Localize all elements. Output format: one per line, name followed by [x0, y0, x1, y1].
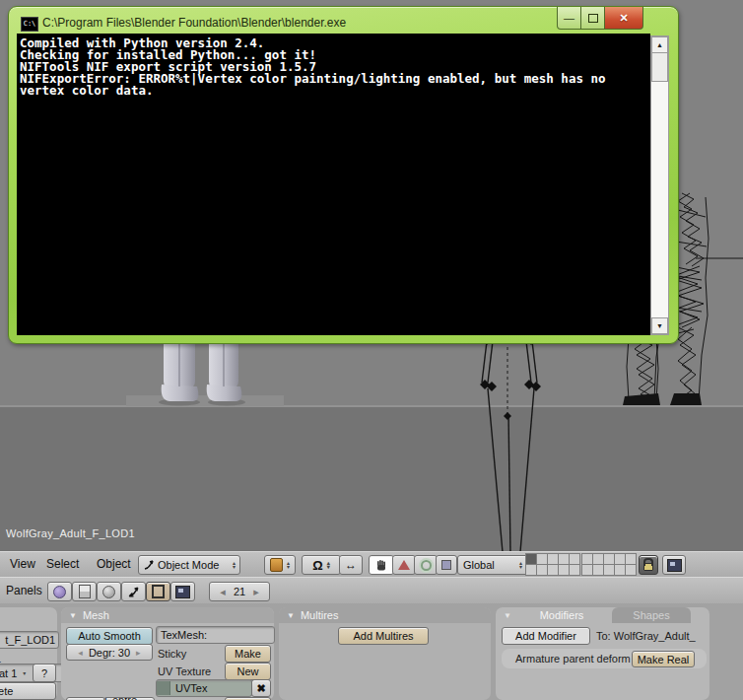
uvtex-name-field[interactable]: UVTex [156, 679, 252, 697]
console-line: vertex color data. [17, 85, 650, 97]
translate-manipulator-button[interactable] [392, 555, 416, 575]
auto-smooth-button[interactable]: Auto Smooth [66, 627, 153, 645]
rotate-icon [421, 560, 432, 571]
console-window[interactable]: C:\ C:\Program Files\Blender Foundation\… [8, 6, 679, 344]
logic-icon [53, 586, 66, 598]
shading-buttons-button[interactable] [97, 582, 121, 601]
hand-icon [374, 558, 388, 572]
buttons-window-header: Panels ◂ 21 [0, 577, 743, 604]
draw-mode-solid-icon [270, 558, 283, 572]
mode-dropdown-value: Object Mode [158, 559, 219, 571]
script-buttons-button[interactable] [72, 582, 97, 601]
scale-icon [441, 560, 451, 570]
menu-view[interactable]: View [10, 552, 35, 577]
dropdown-stepper-icon[interactable]: ▴▾ [519, 561, 522, 569]
multires-panel-header[interactable]: ▼ Multires [279, 607, 491, 623]
uv-texture-label: UV Texture [158, 665, 211, 677]
cmd-icon: C:\ [21, 17, 38, 32]
add-modifier-button[interactable]: Add Modifier [502, 627, 590, 645]
active-object-name: WolfGray_Adult_F_LOD1 [6, 527, 135, 539]
close-icon: ✖ [256, 682, 265, 695]
uv-texture-new-button[interactable]: New [225, 663, 271, 680]
add-multires-button[interactable]: Add Multires [338, 627, 429, 645]
link-materials-panel: t_F_LOD1 ay_F_ at 1 ▾ ? Delete [0, 607, 57, 700]
collapse-icon[interactable]: ▼ [69, 611, 77, 620]
uvtex-swatch[interactable] [157, 681, 170, 695]
collapse-icon[interactable]: ▼ [504, 611, 511, 620]
rotate-manipulator-button[interactable] [414, 555, 438, 575]
scale-manipulator-button[interactable] [436, 555, 457, 575]
buttons-context-group [47, 582, 195, 601]
pivot-icon: Ω [312, 558, 322, 573]
object-name-label: ay_F_ [0, 651, 1, 663]
dropdown-stepper-icon[interactable]: ▴▾ [287, 561, 290, 569]
scroll-down-icon: ▼ [656, 322, 663, 329]
degr-slider[interactable]: ◂ Degr: 30 ▸ [66, 644, 153, 661]
editing-square-icon [152, 585, 165, 598]
window-controls: — ✕ [557, 7, 643, 30]
minimize-button[interactable]: — [557, 7, 581, 30]
mesh-panel: ▼ Mesh Auto Smooth ◂ Degr: 30 ▸ TexMesh:… [61, 607, 274, 700]
frame-counter[interactable]: ◂ 21 ▸ [209, 582, 270, 601]
tab-shapes[interactable]: Shapes [612, 607, 691, 623]
make-real-button[interactable]: Make Real [632, 651, 695, 667]
orientation-value: Global [463, 559, 495, 571]
draw-mode-dropdown[interactable]: ▴▾ [264, 555, 296, 575]
logic-buttons-button[interactable] [47, 582, 72, 601]
modifier-strip: Armature parent deform Make Real [502, 649, 707, 668]
armature-skeleton[interactable] [471, 335, 550, 554]
view3d-header: View Select Object Object Mode ▴▾ ▴▾ Ω ▴… [0, 551, 743, 578]
scene-buttons-button[interactable] [170, 582, 195, 601]
slider-left-icon[interactable]: ◂ [78, 648, 83, 658]
sticky-make-button[interactable]: Make [225, 645, 271, 663]
orientation-dropdown[interactable]: Global ▴▾ [457, 555, 528, 575]
console-output[interactable]: Compiled with Python version 2.4. Checki… [17, 34, 650, 335]
console-title: C:\Program Files\Blender Foundation\Blen… [42, 16, 346, 30]
lock-layers-button[interactable] [639, 555, 658, 575]
layer-toggle[interactable] [569, 564, 580, 576]
modifier-target-label: To: WolfGray_Adult_ [596, 630, 696, 642]
align-toggle-button[interactable]: ↔ [339, 555, 363, 575]
maximize-button[interactable] [581, 7, 605, 30]
pivot-dropdown[interactable]: Ω ▴▾ [302, 555, 341, 575]
layer-buttons-group-2 [582, 554, 637, 576]
app-window: WolfGray_Adult_F_LOD1 View Select Object… [0, 0, 743, 700]
console-scrollbar[interactable]: ▲ ▼ [650, 35, 669, 335]
multires-panel: ▼ Multires Add Multires [279, 607, 491, 700]
scroll-up-button[interactable]: ▲ [651, 36, 668, 53]
manipulator-toggle-button[interactable] [369, 555, 394, 575]
layer-toggle[interactable] [625, 564, 637, 576]
mode-dropdown[interactable]: Object Mode ▴▾ [138, 555, 240, 575]
frame-next-icon[interactable]: ▸ [253, 586, 259, 598]
scrollbar-thumb[interactable] [651, 52, 668, 82]
delete-material-button[interactable]: Delete [0, 682, 56, 700]
render-preview-button[interactable] [662, 555, 686, 575]
dropdown-stepper-icon[interactable]: ▴▾ [327, 561, 330, 569]
menu-select[interactable]: Select [46, 552, 79, 577]
menu-object[interactable]: Object [97, 552, 131, 577]
close-button[interactable]: ✕ [605, 7, 643, 30]
collapse-icon[interactable]: ▼ [287, 611, 295, 620]
object-arrows-icon [127, 586, 140, 598]
object-buttons-button[interactable] [121, 582, 146, 601]
dropdown-stepper-icon[interactable]: ▴▾ [233, 561, 236, 569]
translate-icon [398, 560, 410, 570]
mesh-panel-header[interactable]: ▼ Mesh [61, 607, 274, 623]
tab-modifiers[interactable]: Modifiers [515, 607, 608, 623]
maximize-icon [588, 14, 598, 23]
slider-right-icon[interactable]: ▸ [136, 648, 141, 658]
material-help-button[interactable]: ? [33, 664, 56, 682]
mesh-name-field[interactable]: t_F_LOD1 [0, 631, 59, 649]
scene-image-icon [175, 586, 190, 598]
buttons-window: t_F_LOD1 ay_F_ at 1 ▾ ? Delete ▼ Mesh Au… [0, 603, 743, 700]
image-icon [667, 559, 682, 572]
texmesh-field[interactable]: TexMesh: [156, 626, 275, 644]
armature-modifier-label: Armature parent deform [515, 653, 631, 665]
panels-menu[interactable]: Panels [6, 578, 42, 603]
uvtex-delete-button[interactable]: ✖ [251, 679, 271, 697]
character-mesh-legs[interactable] [150, 337, 260, 408]
editing-buttons-button[interactable] [146, 582, 170, 601]
frame-prev-icon[interactable]: ◂ [220, 586, 226, 598]
modifiers-panel: ▼ Modifiers Shapes Add Modifier To: Wolf… [496, 607, 709, 700]
scroll-down-button[interactable]: ▼ [651, 317, 668, 334]
